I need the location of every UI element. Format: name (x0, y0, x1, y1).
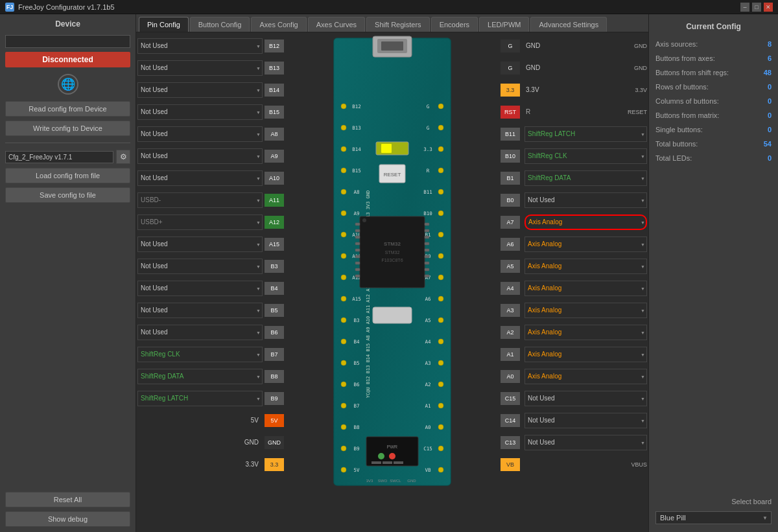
svg-point-12 (341, 253, 346, 259)
pin-select-a6[interactable]: Axis Analog (525, 237, 647, 252)
svg-text:B12: B12 (352, 104, 361, 110)
pin-select-a3[interactable]: Axis Analog (525, 303, 647, 318)
pin-select-a2[interactable]: Axis Analog (525, 325, 647, 340)
svg-text:VB: VB (425, 467, 431, 473)
pin-select-b12[interactable]: Not Used (137, 38, 263, 54)
svg-text:B9: B9 (353, 446, 359, 452)
pin-c13-select-wrapper: Not Used (522, 435, 647, 450)
save-config-button[interactable]: Save config to file (5, 187, 130, 203)
pin-row-a4: A4 Axis Analog (501, 277, 647, 299)
svg-point-10 (341, 211, 346, 216)
pin-label-b9: B9 (265, 392, 284, 405)
svg-rect-89 (355, 262, 360, 264)
pin-row-b8: ShiftReg DATA B8 (137, 365, 284, 387)
maximize-button[interactable]: □ (752, 3, 761, 12)
stat-buttons-axes-value: 6 (768, 54, 772, 62)
disconnected-button[interactable]: Disconnected (5, 52, 130, 67)
svg-point-108 (378, 453, 384, 459)
select-board-label: Select board (655, 498, 772, 505)
svg-text:B7: B7 (353, 403, 359, 409)
pin-label-33v: 3.3 (265, 458, 284, 471)
device-dropdown[interactable] (5, 35, 130, 48)
tab-shift-registers[interactable]: Shift Registers (366, 17, 430, 32)
pin-row-33v-left: 3.3V 3.3 (137, 454, 284, 475)
svg-text:SWCL: SWCL (390, 479, 401, 483)
tab-led-pwm[interactable]: LED/PWM (479, 17, 529, 32)
pin-select-wrapper-a9: Not Used (137, 148, 263, 164)
pin-select-a8[interactable]: Not Used (137, 126, 263, 142)
pin-select-a4[interactable]: Axis Analog (525, 281, 647, 296)
stat-matrix-label: Buttons from matrix: (655, 111, 719, 119)
pin-select-wrapper-b12: Not Used (137, 38, 263, 54)
pin-row-b13: Not Used B13 (137, 57, 284, 78)
pin-select-b15[interactable]: Not Used (137, 104, 263, 120)
titlebar-left: FJ FreeJoy Configurator v1.7.1b5 (5, 3, 115, 12)
pin-select-a10[interactable]: Not Used (137, 170, 263, 186)
pin-select-b4[interactable]: Not Used (137, 281, 263, 296)
stat-single-label: Single buttons: (655, 126, 703, 133)
config-select[interactable]: Cfg_2_FreeJoy v1.7.1 (5, 151, 113, 163)
pin-select-b14[interactable]: Not Used (137, 82, 263, 98)
reset-all-button[interactable]: Reset All (5, 492, 130, 507)
pin-select-a7[interactable]: Axis Analog (525, 214, 647, 230)
pin-select-b1[interactable]: ShiftReg DATA (525, 170, 647, 186)
pin-select-b8[interactable]: ShiftReg DATA (137, 369, 263, 384)
pin-select-b10[interactable]: ShiftReg CLK (525, 148, 647, 164)
pin-select-wrapper-a10: Not Used (137, 170, 263, 186)
pin-select-c13[interactable]: Not Used (525, 435, 647, 450)
sidebar-divider-1 (5, 143, 130, 143)
tab-button-config[interactable]: Button Config (190, 17, 250, 32)
show-debug-button[interactable]: Show debug (5, 511, 130, 527)
pin-select-b13[interactable]: Not Used (137, 60, 263, 76)
pin-b11-inner-wrapper: ShiftReg LATCH (525, 126, 647, 142)
pin-33v-r-value: 3.3V (608, 87, 647, 93)
pin-select-a12[interactable]: USBD+ (137, 214, 263, 230)
pin-select-b7[interactable]: ShiftReg CLK (137, 347, 263, 362)
pin-select-a5[interactable]: Axis Analog (525, 259, 647, 274)
pin-select-b6[interactable]: Not Used (137, 325, 263, 340)
svg-point-30 (438, 253, 443, 259)
svg-text:A0: A0 (425, 424, 431, 430)
pin-a0-inner-wrapper: Axis Analog (525, 369, 647, 384)
tab-axes-curves[interactable]: Axes Curves (308, 17, 365, 32)
load-config-button[interactable]: Load config from file (5, 168, 130, 183)
pin-row-a1: A1 Axis Analog (501, 343, 647, 365)
svg-text:B8: B8 (353, 424, 360, 430)
pin-select-b9[interactable]: ShiftReg LATCH (137, 391, 263, 406)
tab-axes-config[interactable]: Axes Config (251, 17, 306, 32)
pin-select-b11[interactable]: ShiftReg LATCH (525, 126, 647, 142)
pin-label-b3: B3 (265, 260, 284, 273)
svg-text:5V: 5V (353, 467, 360, 473)
pin-select-b0[interactable]: Not Used (525, 192, 647, 208)
pin-select-c14[interactable]: Not Used (525, 413, 647, 428)
pin-c13-inner-wrapper: Not Used (525, 435, 647, 450)
tab-encoders[interactable]: Encoders (431, 17, 478, 32)
board-select[interactable]: Blue Pill (655, 511, 772, 524)
gear-button[interactable]: ⚙ (116, 150, 130, 164)
minimize-button[interactable]: – (740, 3, 749, 12)
pin-select-b5[interactable]: Not Used (137, 303, 263, 318)
svg-text:STM32: STM32 (385, 250, 400, 255)
svg-point-14 (341, 296, 346, 301)
pin-select-a1[interactable]: Axis Analog (525, 347, 647, 362)
close-button[interactable]: ✕ (764, 3, 773, 12)
pin-select-wrapper-b3: Not Used (137, 259, 263, 274)
svg-text:A15: A15 (352, 296, 361, 302)
pin-select-a9[interactable]: Not Used (137, 148, 263, 164)
tab-advanced-settings[interactable]: Advanced Settings (530, 17, 607, 32)
pin-select-c15[interactable]: Not Used (525, 391, 647, 406)
pin-select-a15[interactable]: Not Used (137, 237, 263, 252)
write-config-button[interactable]: Write config to Device (5, 121, 130, 136)
pin-select-a11[interactable]: USBD- (137, 192, 263, 208)
pin-row-a5: A5 Axis Analog (501, 255, 647, 277)
globe-icon: 🌐 (58, 74, 78, 95)
pin-gnd-r1-value: GND (608, 43, 647, 49)
svg-point-20 (341, 424, 346, 430)
stat-single: Single buttons: 0 (655, 124, 772, 135)
pin-row-b4: Not Used B4 (137, 277, 284, 299)
tab-pin-config[interactable]: Pin Config (139, 17, 189, 32)
svg-rect-86 (355, 242, 360, 245)
pin-select-a0[interactable]: Axis Analog (525, 369, 647, 384)
read-config-button[interactable]: Read config from Device (5, 101, 130, 117)
pin-select-b3[interactable]: Not Used (137, 259, 263, 274)
